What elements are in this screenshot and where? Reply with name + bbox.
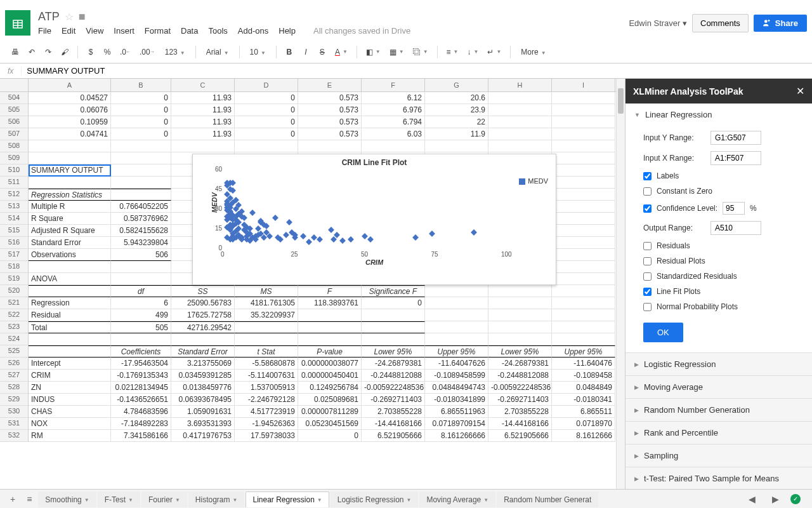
more-formatting[interactable]: More▼ xyxy=(516,45,551,59)
tab-random-number[interactable]: Random Number Generat xyxy=(497,491,598,507)
chk-residual-plots[interactable] xyxy=(643,257,652,265)
chk-line-fit[interactable] xyxy=(643,288,652,296)
tab-logistic-regression[interactable]: Logistic Regression▼ xyxy=(331,491,419,507)
tab-histogram[interactable]: Histogram▼ xyxy=(188,491,245,507)
input-confidence[interactable] xyxy=(723,202,745,215)
tab-fourier[interactable]: Fourier▼ xyxy=(141,491,187,507)
decrease-decimal[interactable]: .0← xyxy=(116,45,134,59)
formula-input[interactable] xyxy=(22,65,812,77)
redo-icon[interactable]: ↷ xyxy=(41,45,56,59)
status-ok-icon[interactable]: ✓ xyxy=(790,494,801,504)
tab-smoothing[interactable]: Smoothing▼ xyxy=(38,491,96,507)
input-yrange[interactable] xyxy=(710,131,761,145)
menu-data[interactable]: Data xyxy=(181,26,198,36)
menu-help[interactable]: Help xyxy=(278,26,296,36)
tab-scroll-left-icon[interactable]: ◀ xyxy=(743,491,761,507)
bold-icon[interactable]: B xyxy=(282,45,297,59)
user-menu[interactable]: Edwin Straver ▾ xyxy=(629,18,687,28)
section-sampling[interactable]: ▶Sampling xyxy=(625,444,812,467)
strike-icon[interactable]: S xyxy=(315,45,330,59)
menu-view[interactable]: View xyxy=(86,26,103,36)
format-currency[interactable]: $ xyxy=(83,45,98,59)
paint-format-icon[interactable]: 🖌 xyxy=(57,45,72,59)
document-title[interactable]: ATP xyxy=(38,10,60,23)
svg-point-5 xyxy=(764,20,768,23)
menu-file[interactable]: File xyxy=(38,26,51,36)
section-random-number[interactable]: ▶Random Number Generation xyxy=(625,399,812,421)
sheets-app-icon[interactable] xyxy=(5,10,30,36)
tab-linear-regression[interactable]: Linear Regression▼ xyxy=(246,491,329,507)
print-icon[interactable]: 🖶 xyxy=(8,45,23,59)
ok-button[interactable]: OK xyxy=(643,323,683,342)
section-logistic-regression[interactable]: ▶Logistic Regression xyxy=(625,353,812,375)
section-linear-regression[interactable]: ▼Linear Regression xyxy=(625,104,812,126)
vertical-scrollbar[interactable] xyxy=(616,79,625,489)
chk-labels[interactable] xyxy=(643,172,652,180)
chart-title: CRIM Line Fit Plot xyxy=(193,158,556,167)
fx-label: fx xyxy=(0,67,22,76)
halign-icon[interactable]: ≡▼ xyxy=(443,45,462,59)
number-format[interactable]: 123▼ xyxy=(160,45,190,59)
chk-constant-zero[interactable] xyxy=(643,187,652,196)
section-rank-percentile[interactable]: ▶Rank and Percentile xyxy=(625,422,812,444)
tab-ftest[interactable]: F-Test▼ xyxy=(98,491,140,507)
menu-tools[interactable]: Tools xyxy=(208,26,227,36)
tab-scroll-right-icon[interactable]: ▶ xyxy=(767,491,784,507)
save-status: All changes saved in Drive xyxy=(313,26,410,36)
folder-icon[interactable]: ■ xyxy=(79,10,86,23)
menu-addons[interactable]: Add-ons xyxy=(238,26,268,36)
star-icon[interactable]: ☆ xyxy=(65,11,74,23)
merge-icon[interactable]: ⿻▼ xyxy=(409,45,432,59)
increase-decimal[interactable]: .00→ xyxy=(136,45,159,59)
menubar: File Edit View Insert Format Data Tools … xyxy=(38,26,629,36)
label-output-range: Output Range: xyxy=(643,224,707,232)
section-ttest[interactable]: ▶t-Test: Paired Two Sample for Means xyxy=(625,467,812,489)
chk-normal-prob[interactable] xyxy=(643,303,652,311)
chk-std-residuals[interactable] xyxy=(643,272,652,281)
label-yrange: Input Y Range: xyxy=(643,133,707,142)
sheet-tabs-bar: + ≡ Smoothing▼ F-Test▼ Fourier▼ Histogra… xyxy=(0,489,812,508)
format-percent[interactable]: % xyxy=(100,45,115,59)
section-moving-average[interactable]: ▶Moving Average xyxy=(625,376,812,398)
xlminer-sidebar: XLMiner Analysis ToolPak ✕ ▼Linear Regre… xyxy=(625,79,812,489)
close-icon[interactable]: ✕ xyxy=(796,85,804,97)
all-sheets-icon[interactable]: ≡ xyxy=(22,491,37,507)
font-family[interactable]: Arial▼ xyxy=(201,45,234,59)
input-xrange[interactable] xyxy=(710,151,761,165)
menu-insert[interactable]: Insert xyxy=(114,26,134,36)
valign-icon[interactable]: ↓▼ xyxy=(464,45,483,59)
italic-icon[interactable]: I xyxy=(298,45,313,59)
fill-color-icon[interactable]: ◧▼ xyxy=(362,45,384,59)
add-sheet-icon[interactable]: + xyxy=(5,491,20,507)
sidebar-title: XLMiner Analysis ToolPak xyxy=(633,86,743,97)
font-size[interactable]: 10▼ xyxy=(245,45,271,59)
tab-moving-average[interactable]: Moving Average▼ xyxy=(419,491,495,507)
toolbar: 🖶 ↶ ↷ 🖌 $ % .0← .00→ 123▼ Arial▼ 10▼ B I… xyxy=(0,41,812,64)
label-xrange: Input X Range: xyxy=(643,154,707,163)
spreadsheet-grid[interactable]: ABCDEFGHI5040.04527011.9300.5736.1220.65… xyxy=(0,79,625,489)
input-output-range[interactable] xyxy=(710,221,761,235)
menu-format[interactable]: Format xyxy=(145,26,171,36)
text-color-icon[interactable]: A▼ xyxy=(331,45,351,59)
menu-edit[interactable]: Edit xyxy=(62,26,75,36)
chart-legend: MEDV xyxy=(519,177,548,185)
borders-icon[interactable]: ▦▼ xyxy=(386,45,408,59)
wrap-icon[interactable]: ↵▼ xyxy=(483,45,505,59)
chk-confidence[interactable] xyxy=(643,204,652,213)
comments-button[interactable]: Comments xyxy=(692,14,749,32)
chart-crim-line-fit[interactable]: CRIM Line Fit Plot MEDV MEDV 01530456002… xyxy=(192,154,556,285)
share-button[interactable]: Share xyxy=(754,15,807,32)
undo-icon[interactable]: ↶ xyxy=(24,45,39,59)
chk-residuals[interactable] xyxy=(643,242,652,250)
